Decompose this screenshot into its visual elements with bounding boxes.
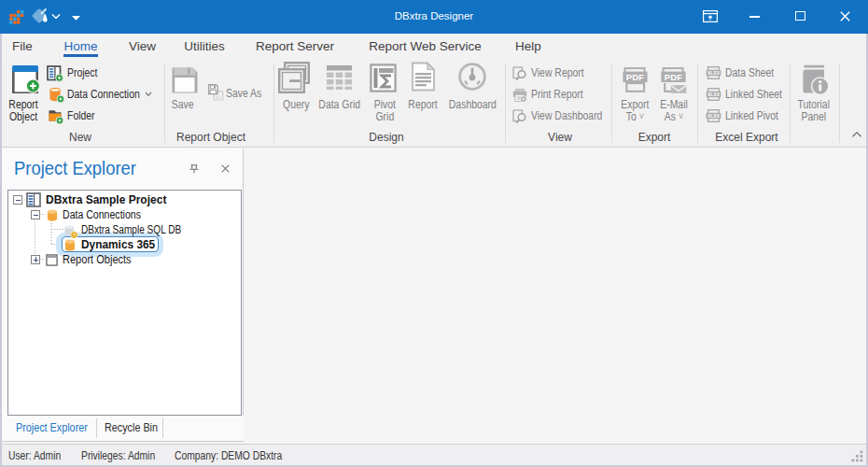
svg-text:XLSX: XLSX — [707, 92, 721, 97]
svg-text:PDF: PDF — [665, 71, 683, 81]
svg-text:XLSX: XLSX — [707, 113, 721, 119]
svg-text:PDF: PDF — [626, 71, 645, 81]
svg-text:XLSX: XLSX — [707, 70, 721, 76]
